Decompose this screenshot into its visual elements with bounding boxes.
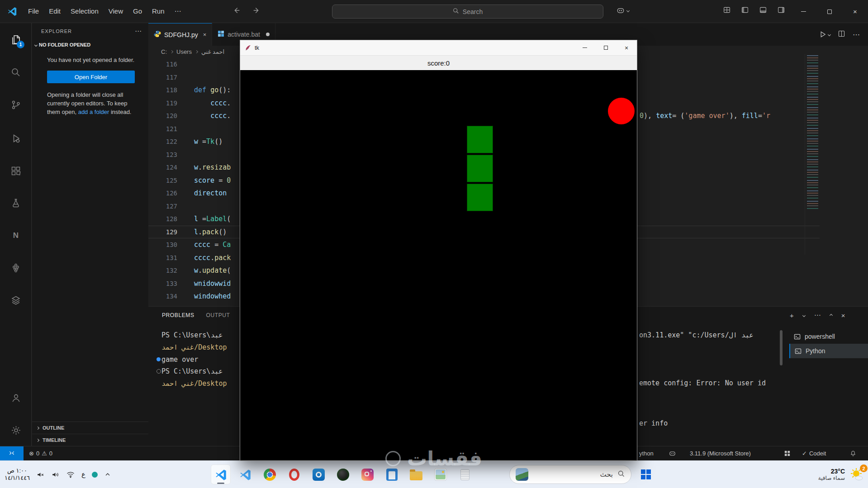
terminal-output[interactable]: PS C:\Users\عبدغني احمد/Desktopgame over… bbox=[148, 329, 227, 389]
opera-icon[interactable] bbox=[284, 464, 304, 484]
window-minimize-button[interactable] bbox=[791, 0, 816, 23]
tk-maximize-button[interactable] bbox=[595, 40, 616, 55]
tab-close-icon[interactable]: × bbox=[203, 31, 207, 38]
window-close-button[interactable]: × bbox=[842, 0, 868, 23]
game-canvas[interactable] bbox=[240, 70, 637, 460]
customize-layout-icon[interactable] bbox=[723, 6, 731, 14]
taskbar-clock[interactable]: ١:٠٠ ص ١٤/١/١٤٤٦ bbox=[5, 467, 30, 482]
no-folder-section-header[interactable]: NO FOLDER OPENED bbox=[32, 39, 148, 50]
panel-more-icon[interactable]: ⋯ bbox=[814, 311, 821, 319]
terminal-row: PS C:\Users\عبد bbox=[148, 329, 227, 341]
menu-selection[interactable]: Selection bbox=[66, 5, 103, 18]
python-interpreter[interactable]: 3.11.9 (Microsoft Store) bbox=[690, 446, 751, 460]
open-folder-button[interactable]: Open Folder bbox=[47, 71, 135, 83]
grid-status-icon[interactable] bbox=[784, 446, 791, 460]
vscode-window: File Edit Selection View Go Run ⋯ Search bbox=[0, 0, 868, 488]
tab-label: SDFGHJ.py bbox=[164, 31, 198, 38]
panel-close-icon[interactable]: × bbox=[841, 312, 845, 319]
toggle-secondary-sidebar-icon[interactable] bbox=[777, 6, 785, 14]
search-sidebar-icon[interactable] bbox=[6, 62, 26, 82]
speaker-icon[interactable] bbox=[51, 470, 60, 479]
source-control-icon[interactable] bbox=[6, 95, 26, 115]
n-extension-icon[interactable]: N bbox=[6, 225, 26, 245]
breadcrumb-user-folder[interactable]: احمد غني bbox=[201, 48, 224, 55]
window-maximize-button[interactable] bbox=[816, 0, 842, 23]
instagram-icon[interactable] bbox=[357, 464, 377, 484]
taskbar-search-box[interactable]: بحث bbox=[509, 465, 631, 484]
chrome-icon[interactable] bbox=[260, 464, 280, 484]
terminal-item-python[interactable]: Python bbox=[789, 344, 868, 358]
layers-extension-icon[interactable] bbox=[6, 290, 26, 310]
remote-indicator[interactable] bbox=[0, 446, 24, 460]
explorer-icon[interactable]: 1 bbox=[6, 30, 26, 50]
notifications-bell-icon[interactable] bbox=[849, 446, 857, 460]
tk-titlebar[interactable]: tk × bbox=[240, 40, 637, 56]
tk-close-button[interactable]: × bbox=[616, 40, 637, 55]
code-line-120-continuation: 0), text= ('game over'), fill='r bbox=[640, 109, 770, 123]
windows-start-button[interactable] bbox=[636, 461, 656, 488]
breadcrumb-users[interactable]: Users bbox=[176, 48, 192, 55]
menu-run[interactable]: Run bbox=[147, 5, 169, 18]
run-python-file-button[interactable] bbox=[819, 30, 830, 38]
food-circle bbox=[608, 98, 635, 124]
copilot-status-icon[interactable] bbox=[669, 446, 676, 460]
editor-more-icon[interactable]: ⋯ bbox=[853, 30, 860, 39]
timeline-section[interactable]: TIMELINE bbox=[32, 434, 148, 446]
settings-gear-icon[interactable] bbox=[6, 420, 26, 440]
back-arrow-icon[interactable] bbox=[232, 6, 241, 16]
copilot-icon[interactable] bbox=[616, 6, 629, 15]
search-command-center[interactable]: Search bbox=[332, 5, 603, 19]
chevron-right-icon bbox=[36, 438, 39, 441]
folder-hint-text: Opening a folder will close all currentl… bbox=[47, 90, 136, 116]
terminal-item-powershell[interactable]: powershell bbox=[789, 329, 868, 344]
tk-minimize-button[interactable] bbox=[574, 40, 595, 55]
menu-edit[interactable]: Edit bbox=[44, 5, 65, 18]
terminal-row: غني احمد/Desktop bbox=[148, 378, 227, 390]
accounts-icon[interactable] bbox=[6, 388, 26, 407]
weather-widget[interactable]: 23°C سماء صافية 2 bbox=[818, 461, 864, 488]
minimap[interactable] bbox=[805, 54, 820, 255]
xbox-icon[interactable] bbox=[333, 464, 353, 484]
tab-sdfghj-py[interactable]: SDFGHJ.py × bbox=[148, 23, 212, 46]
split-editor-icon[interactable] bbox=[838, 30, 845, 39]
outline-section[interactable]: OUTLINE bbox=[32, 422, 148, 434]
error-count: 0 bbox=[36, 450, 39, 457]
vscode-taskbar-icon[interactable] bbox=[211, 464, 231, 484]
volume-mute-icon[interactable] bbox=[36, 470, 45, 479]
extensions-icon[interactable] bbox=[6, 161, 26, 181]
new-terminal-icon[interactable]: + bbox=[790, 312, 794, 319]
vscode-taskbar-icon-2[interactable] bbox=[235, 464, 255, 484]
terminal-dropdown-icon[interactable] bbox=[802, 313, 806, 317]
panel-maximize-icon[interactable] bbox=[830, 313, 833, 317]
sidebar-more-icon[interactable]: ⋯ bbox=[135, 27, 142, 35]
watermark-logo-icon bbox=[385, 451, 401, 466]
panel-tab-problems[interactable]: PROBLEMS bbox=[162, 312, 194, 318]
toggle-panel-icon[interactable] bbox=[759, 6, 767, 14]
add-folder-link[interactable]: add a folder bbox=[78, 109, 109, 115]
menu-view[interactable]: View bbox=[104, 5, 128, 18]
search-image-thumbnail[interactable] bbox=[516, 468, 528, 481]
menu-go[interactable]: Go bbox=[128, 5, 147, 18]
weather-sun-icon: 2 bbox=[849, 467, 864, 482]
breadcrumb-drive[interactable]: C: bbox=[161, 48, 167, 55]
panel-tab-output[interactable]: OUTPUT bbox=[206, 312, 230, 318]
menu-more-icon[interactable]: ⋯ bbox=[170, 5, 186, 18]
chevron-right-icon bbox=[36, 426, 39, 429]
hidden-icons-chevron[interactable] bbox=[104, 471, 111, 478]
run-dropdown-icon[interactable] bbox=[828, 33, 831, 36]
menu-file[interactable]: File bbox=[24, 5, 43, 18]
testing-icon[interactable] bbox=[6, 193, 26, 213]
terminal-scrollbar[interactable] bbox=[780, 330, 783, 365]
problems-status[interactable]: ⊗ 0 ⚠ 0 bbox=[29, 446, 52, 460]
language-mode[interactable]: ython bbox=[639, 446, 654, 460]
wifi-icon[interactable] bbox=[66, 470, 75, 479]
grapes-extension-icon[interactable] bbox=[6, 258, 26, 278]
run-debug-icon[interactable] bbox=[6, 128, 26, 148]
language-indicator[interactable]: ع bbox=[81, 470, 85, 479]
forward-arrow-icon[interactable] bbox=[252, 6, 261, 16]
outlook-icon[interactable] bbox=[308, 464, 328, 484]
codeit-status[interactable]: ✓ Codeit bbox=[802, 446, 826, 460]
modified-dot-icon[interactable] bbox=[266, 33, 270, 36]
toggle-sidebar-icon[interactable] bbox=[741, 6, 749, 14]
tray-app-icon[interactable] bbox=[92, 472, 98, 478]
